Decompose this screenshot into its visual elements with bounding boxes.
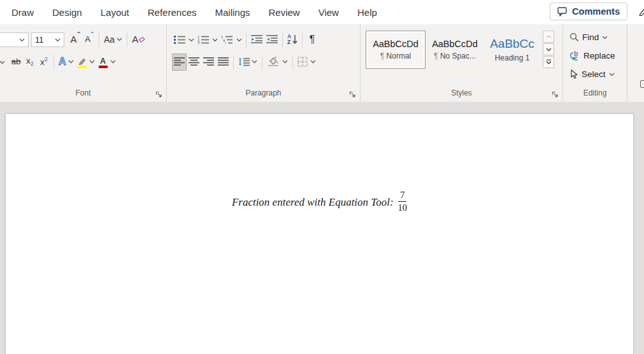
divider bbox=[292, 55, 293, 70]
bullets-menu-chevron[interactable] bbox=[187, 31, 196, 48]
subscript-button[interactable]: x2 bbox=[23, 53, 37, 71]
styles-scroll-up-button[interactable] bbox=[543, 31, 554, 43]
chevron-down-icon bbox=[117, 38, 122, 41]
find-button[interactable]: Find bbox=[569, 29, 627, 46]
font-dialog-launcher[interactable] bbox=[155, 89, 162, 101]
chevron-down-icon bbox=[602, 36, 608, 39]
divider bbox=[262, 55, 262, 70]
multilevel-list-button[interactable]: 1 a i bbox=[219, 31, 235, 48]
tab-design[interactable]: Design bbox=[52, 7, 82, 18]
bullets-button[interactable] bbox=[172, 31, 187, 48]
chevron-down-icon bbox=[310, 60, 316, 64]
font-name-combobox[interactable] bbox=[0, 32, 29, 47]
borders-icon bbox=[297, 57, 308, 67]
line-spacing-button[interactable] bbox=[236, 53, 259, 71]
clear-formatting-button[interactable]: A bbox=[130, 31, 147, 48]
equation-line[interactable]: Fraction entered with Equation Tool: 7 1… bbox=[6, 190, 633, 215]
superscript-button[interactable]: x2 bbox=[37, 53, 51, 71]
equation-fraction: 7 10 bbox=[398, 190, 408, 214]
increase-indent-icon bbox=[266, 35, 278, 43]
chevron-down-icon bbox=[89, 60, 95, 64]
numbering-button[interactable]: 1 2 3 bbox=[196, 31, 211, 48]
justify-icon bbox=[218, 57, 229, 66]
tab-layout[interactable]: Layout bbox=[101, 7, 129, 18]
style-heading-1[interactable]: AaBbCc Heading 1 bbox=[484, 31, 540, 69]
tab-view[interactable]: View bbox=[318, 7, 339, 18]
chevron-down-icon bbox=[19, 38, 25, 42]
replace-icon: b c bbox=[569, 51, 580, 61]
chevron-down-icon bbox=[110, 60, 116, 64]
highlight-color-button[interactable] bbox=[76, 53, 97, 71]
font-size-value: 11 bbox=[35, 35, 44, 45]
justify-button[interactable] bbox=[216, 53, 231, 71]
highlight-color-swatch bbox=[78, 66, 87, 68]
equation-text: Fraction entered with Equation Tool: bbox=[232, 196, 394, 209]
underline-chevron-fragment-icon[interactable] bbox=[0, 60, 5, 64]
paragraph-dialog-launcher[interactable] bbox=[349, 89, 356, 101]
borders-button[interactable] bbox=[296, 53, 318, 71]
sort-button[interactable]: AZ bbox=[285, 31, 299, 48]
shading-button[interactable] bbox=[265, 53, 290, 71]
align-right-button[interactable] bbox=[201, 53, 216, 71]
chevron-down-icon bbox=[282, 60, 288, 64]
align-center-icon bbox=[189, 57, 199, 66]
show-formatting-marks-button[interactable]: ¶ bbox=[305, 31, 319, 48]
decrease-indent-button[interactable] bbox=[249, 31, 264, 48]
strikethrough-button[interactable]: ab bbox=[9, 53, 23, 71]
align-left-icon bbox=[174, 57, 185, 66]
paint-bucket-icon bbox=[267, 57, 280, 66]
multilevel-menu-chevron[interactable] bbox=[235, 31, 243, 48]
style-preview: AaBbCcDd bbox=[432, 39, 478, 49]
styles-scroll-down-button[interactable] bbox=[543, 43, 554, 55]
text-effects-button[interactable]: A bbox=[57, 53, 76, 71]
tab-draw[interactable]: Draw bbox=[11, 7, 34, 18]
search-icon bbox=[569, 32, 579, 42]
numbering-menu-chevron[interactable] bbox=[211, 31, 219, 48]
font-size-combobox[interactable]: 11 bbox=[31, 32, 64, 47]
chevron-down-icon bbox=[68, 60, 74, 64]
font-group-label: Font bbox=[0, 88, 166, 97]
clipped-button-fragment bbox=[640, 80, 644, 88]
multilevel-list-icon: 1 a i bbox=[221, 35, 233, 44]
comment-bubble-icon bbox=[557, 7, 568, 17]
highlighter-pen-icon bbox=[78, 57, 87, 65]
chevron-down-icon bbox=[252, 60, 257, 64]
document-page[interactable]: Fraction entered with Equation Tool: 7 1… bbox=[5, 113, 634, 354]
comments-label: Comments bbox=[572, 6, 620, 17]
editing-pen-icon[interactable] bbox=[639, 6, 644, 18]
editing-group: Find b c Replace bbox=[563, 24, 627, 102]
fraction-denominator: 10 bbox=[398, 202, 408, 213]
change-case-button[interactable]: Aa bbox=[102, 31, 124, 48]
styles-dialog-launcher[interactable] bbox=[552, 89, 559, 101]
style-no-spacing[interactable]: AaBbCcDd ¶ No Spac... bbox=[427, 31, 483, 69]
replace-button[interactable]: b c Replace bbox=[569, 47, 627, 64]
styles-group: AaBbCcDd ¶ Normal AaBbCcDd ¶ No Spac... … bbox=[361, 24, 563, 102]
ribbon-tab-bar: Draw Design Layout References Mailings R… bbox=[0, 0, 644, 24]
editing-group-label: Editing bbox=[563, 88, 627, 97]
down-arrow-icon bbox=[292, 34, 297, 45]
divider bbox=[54, 55, 54, 70]
select-button[interactable]: Select bbox=[569, 66, 627, 83]
decrease-indent-icon bbox=[251, 35, 262, 43]
line-spacing-icon bbox=[238, 57, 250, 66]
grow-font-button[interactable]: Aˆ bbox=[68, 31, 82, 48]
divider bbox=[127, 32, 127, 48]
shrink-font-button[interactable]: Aˇ bbox=[82, 31, 96, 48]
font-color-button[interactable]: A bbox=[97, 53, 118, 71]
tab-review[interactable]: Review bbox=[269, 7, 300, 18]
align-left-button[interactable] bbox=[172, 53, 187, 71]
style-normal[interactable]: AaBbCcDd ¶ Normal bbox=[366, 31, 426, 69]
styles-group-label: Styles bbox=[361, 88, 562, 97]
align-center-button[interactable] bbox=[187, 53, 201, 71]
tab-references[interactable]: References bbox=[148, 7, 197, 18]
tab-help[interactable]: Help bbox=[357, 7, 377, 18]
chevron-down-icon bbox=[609, 73, 615, 76]
svg-text:i: i bbox=[225, 41, 225, 44]
numbered-list-icon: 1 2 3 bbox=[197, 35, 209, 44]
increase-indent-button[interactable] bbox=[264, 31, 280, 48]
styles-gallery-more-button[interactable] bbox=[543, 56, 554, 68]
ribbon: 11 Aˆ Aˇ Aa A bbox=[0, 24, 644, 102]
comments-button[interactable]: Comments bbox=[550, 3, 627, 20]
tab-mailings[interactable]: Mailings bbox=[215, 7, 250, 18]
fraction-numerator: 7 bbox=[398, 190, 406, 202]
